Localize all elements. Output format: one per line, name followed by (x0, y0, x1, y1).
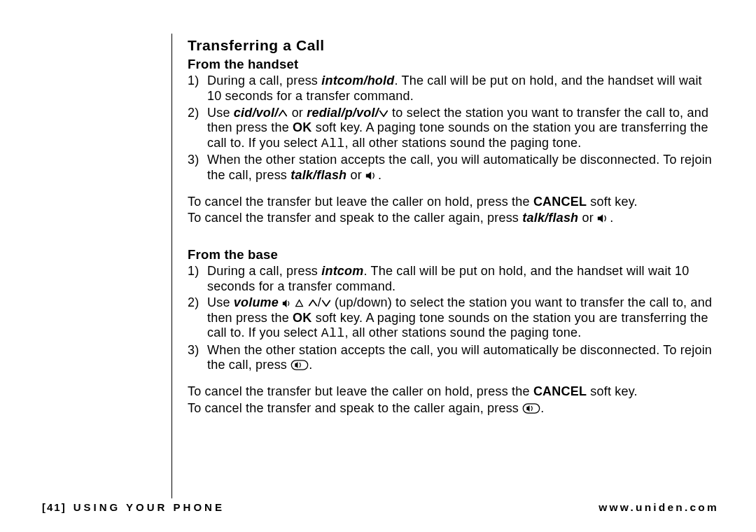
handset-heading: From the handset (188, 57, 720, 72)
speaker-icon (365, 171, 378, 181)
footer-section: USING YOUR PHONE (74, 501, 225, 513)
chevron-up-icon (308, 298, 318, 308)
footer-left: [41]USING YOUR PHONE (42, 501, 225, 513)
speaker-button-icon (290, 360, 309, 370)
display-all: All (321, 136, 345, 150)
key-intcom: intcom (321, 264, 363, 278)
base-heading: From the base (188, 247, 720, 262)
step-number: 1) (188, 74, 207, 104)
step-text: When the other station accepts the call,… (207, 343, 720, 373)
page-number: [41] (42, 501, 66, 513)
chevron-down-icon (379, 108, 388, 118)
step-text: When the other station accepts the call,… (207, 153, 720, 183)
chevron-up-icon (278, 108, 288, 118)
key-cid-vol-up: cid/vol/ (234, 106, 279, 120)
key-volume: volume (234, 295, 279, 309)
section-title: Transferring a Call (188, 36, 720, 54)
step-text: Use cid/vol/ or redial/p/vol/ to select … (207, 106, 720, 152)
display-all: All (321, 326, 345, 340)
cancel-speak: To cancel the transfer and speak to the … (188, 401, 720, 416)
step-number: 1) (188, 264, 207, 294)
ok-softkey: OK (293, 311, 312, 325)
cancel-hold: To cancel the transfer but leave the cal… (188, 384, 720, 400)
key-intcom-hold: intcom/hold (321, 74, 394, 88)
cancel-softkey: CANCEL (533, 195, 587, 209)
footer-url: www.uniden.com (598, 501, 719, 514)
step-text: During a call, press intcom/hold. The ca… (207, 74, 720, 104)
triangle-up-icon (295, 299, 304, 308)
page-footer: [41]USING YOUR PHONE www.uniden.com (42, 501, 719, 514)
vertical-rule (172, 34, 172, 498)
ok-softkey: OK (293, 120, 312, 134)
speaker-button-icon (522, 403, 540, 414)
speaker-icon (597, 214, 610, 223)
cancel-speak: To cancel the transfer and speak to the … (188, 211, 720, 226)
chevron-down-icon (321, 298, 331, 308)
step-number: 3) (188, 153, 207, 183)
key-talk-flash: talk/flash (290, 168, 346, 182)
handset-cancel: To cancel the transfer but leave the cal… (188, 195, 720, 226)
step-text: Use volume / (up/down) to select the sta… (207, 295, 720, 342)
step-number: 3) (188, 343, 207, 373)
base-steps: 1) During a call, press intcom. The call… (188, 264, 720, 373)
step-number: 2) (188, 106, 207, 152)
main-content: Transferring a Call From the handset 1) … (188, 36, 720, 427)
key-talk-flash: talk/flash (522, 211, 578, 225)
cancel-softkey: CANCEL (533, 384, 587, 398)
step-number: 2) (188, 295, 207, 342)
speaker-small-icon (282, 299, 291, 308)
cancel-hold: To cancel the transfer but leave the cal… (188, 195, 720, 210)
base-cancel: To cancel the transfer but leave the cal… (188, 384, 720, 416)
handset-steps: 1) During a call, press intcom/hold. The… (188, 74, 720, 183)
step-text: During a call, press intcom. The call wi… (207, 264, 720, 294)
key-redial-p-vol-down: redial/p/vol/ (307, 106, 379, 120)
